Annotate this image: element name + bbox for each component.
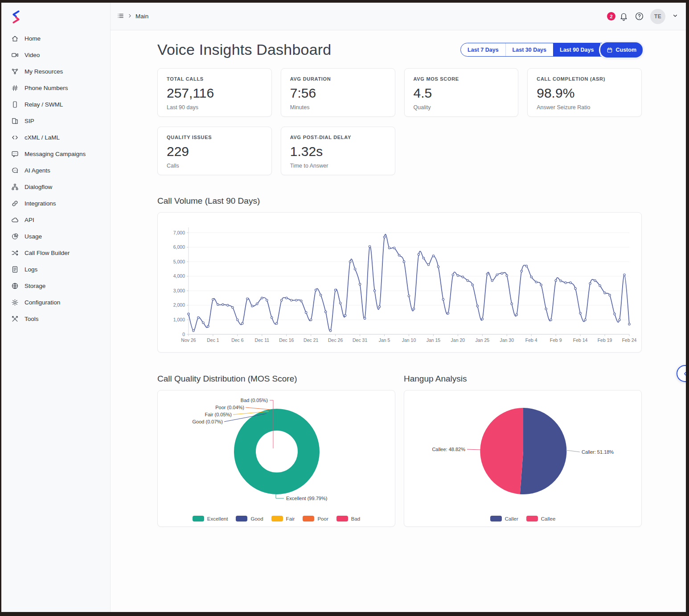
stat-label: AVG DURATION <box>290 76 386 82</box>
main-area: Voice Insights Dashboard Last 7 DaysLast… <box>111 30 686 612</box>
sidebar-item-video[interactable]: Video <box>1 47 110 63</box>
hangup-title: Hangup Analysis <box>404 374 642 384</box>
chat-round-icon <box>11 167 19 174</box>
stat-subtitle: Time to Answer <box>290 163 386 169</box>
svg-text:Bad (0.05%): Bad (0.05%) <box>241 398 268 403</box>
bell-icon[interactable] <box>619 12 628 21</box>
legend-label: Caller <box>505 516 518 522</box>
stat-label: AVG MOS SCORE <box>414 76 509 82</box>
sidebar-item-label: My Resources <box>25 68 63 75</box>
signalwire-logo <box>9 10 23 24</box>
chevron-down-icon[interactable] <box>672 12 679 21</box>
sidebar-item-ai-agents[interactable]: AI Agents <box>1 162 110 179</box>
sidebar-nav: HomeVideoMy ResourcesPhone NumbersRelay … <box>1 30 110 327</box>
app-window: HomeVideoMy ResourcesPhone NumbersRelay … <box>1 3 686 612</box>
sidebar-item-logs[interactable]: Logs <box>1 261 110 278</box>
sitemap-icon <box>11 183 19 191</box>
svg-text:Poor (0.04%): Poor (0.04%) <box>215 405 244 410</box>
legend-item-poor[interactable]: Poor <box>303 516 328 522</box>
range-button-last-90-days[interactable]: Last 90 Days <box>553 43 600 56</box>
calendar-icon <box>607 47 613 53</box>
range-button-custom[interactable]: Custom <box>600 42 643 57</box>
home-icon <box>11 35 19 42</box>
legend-swatch <box>490 516 502 522</box>
sidebar-item-tools[interactable]: Tools <box>1 311 110 327</box>
svg-text:Caller: 51.18%: Caller: 51.18% <box>582 449 614 455</box>
sidebar-item-storage[interactable]: Storage <box>1 278 110 294</box>
hangup-chart-card: Callee: 48.82%Caller: 51.18% CallerCalle… <box>404 390 642 527</box>
legend-label: Callee <box>541 516 556 522</box>
call-quality-donut-chart: Bad (0.05%)Poor (0.04%)Fair (0.05%)Good … <box>158 390 395 510</box>
range-button-last-30-days[interactable]: Last 30 Days <box>505 43 553 56</box>
breadcrumb: Main <box>117 12 148 21</box>
sidebar-item-relay-swml[interactable]: Relay / SWML <box>1 96 110 113</box>
stat-value: 98.9% <box>537 86 632 101</box>
phone-icon <box>11 101 19 108</box>
chat-square-icon <box>11 150 19 158</box>
stat-label: QUALITY ISSUES <box>167 135 262 140</box>
chevron-left-icon <box>682 370 686 377</box>
sidebar-item-call-flow-builder[interactable]: Call Flow Builder <box>1 245 110 261</box>
stat-subtitle: Last 90 days <box>167 104 262 111</box>
legend-label: Excellent <box>207 516 228 522</box>
sidebar-item-integrations[interactable]: Integrations <box>1 195 110 212</box>
legend-item-excellent[interactable]: Excellent <box>193 516 228 522</box>
stat-card-avg-duration: AVG DURATION 7:56 Minutes <box>281 68 395 117</box>
range-button-last-7-days[interactable]: Last 7 Days <box>461 43 505 56</box>
sidebar-item-phone-numbers[interactable]: Phone Numbers <box>1 80 110 96</box>
legend-item-caller[interactable]: Caller <box>490 516 518 522</box>
sidebar-item-messaging-campaigns[interactable]: Messaging Campaigns <box>1 146 110 162</box>
sidebar-item-label: Usage <box>25 233 42 240</box>
legend-swatch <box>526 516 538 522</box>
sidebar-item-label: AI Agents <box>25 167 50 174</box>
call-quality-title: Call Quality Distribution (MOS Score) <box>157 374 395 384</box>
avatar[interactable]: TE <box>650 9 665 24</box>
sidebar-item-label: Logs <box>25 266 37 273</box>
hangup-section: Hangup Analysis Callee: 48.82%Caller: 51… <box>404 374 642 527</box>
topbar: Main 2 TE <box>111 3 686 30</box>
legend-item-good[interactable]: Good <box>236 516 263 522</box>
sidebar-item-usage[interactable]: Usage <box>1 228 110 245</box>
stat-value: 1.32s <box>290 144 386 159</box>
range-label: Last 90 Days <box>560 47 594 53</box>
legend-swatch <box>193 516 204 522</box>
call-volume-title: Call Volume (Last 90 Days) <box>157 196 642 206</box>
sidebar-item-dialogflow[interactable]: Dialogflow <box>1 179 110 195</box>
stat-subtitle: Answer Seizure Ratio <box>537 104 632 111</box>
svg-text:4,000: 4,000 <box>173 273 185 279</box>
legend-item-fair[interactable]: Fair <box>271 516 295 522</box>
hangup-pie-chart: Callee: 48.82%Caller: 51.18% <box>404 390 641 510</box>
svg-text:Feb 14: Feb 14 <box>573 337 588 343</box>
help-icon[interactable] <box>635 12 644 21</box>
svg-text:Dec 6: Dec 6 <box>231 337 244 343</box>
panel-collapse-button[interactable] <box>677 365 686 382</box>
sidebar-item-label: Tools <box>25 316 39 322</box>
list-icon[interactable] <box>117 12 124 21</box>
legend-item-callee[interactable]: Callee <box>526 516 556 522</box>
sidebar-item-my-resources[interactable]: My Resources <box>1 63 110 80</box>
call-quality-section: Call Quality Distribution (MOS Score) Ba… <box>157 374 395 527</box>
sidebar-item-api[interactable]: API <box>1 212 110 228</box>
legend-item-bad[interactable]: Bad <box>336 516 360 522</box>
breadcrumb-label[interactable]: Main <box>135 13 148 20</box>
sidebar-item-configuration[interactable]: Configuration <box>1 294 110 311</box>
hangup-legend: CallerCallee <box>404 516 641 522</box>
svg-text:2,000: 2,000 <box>173 302 185 308</box>
sidebar-item-label: Dialogflow <box>25 184 52 190</box>
svg-text:3,000: 3,000 <box>173 288 185 293</box>
svg-text:1,000: 1,000 <box>173 317 185 322</box>
range-label: Last 30 Days <box>513 47 546 53</box>
sidebar-item-sip[interactable]: SIP <box>1 113 110 129</box>
range-label: Custom <box>615 47 636 53</box>
sidebar-item-cxml-laml[interactable]: cXML / LaML <box>1 129 110 146</box>
legend-swatch <box>303 516 314 522</box>
sidebar-item-label: Integrations <box>25 200 56 207</box>
svg-text:7,000: 7,000 <box>173 230 185 235</box>
sidebar-item-home[interactable]: Home <box>1 30 110 47</box>
svg-text:Callee: 48.82%: Callee: 48.82% <box>432 447 465 452</box>
sidebar-item-label: Messaging Campaigns <box>25 151 86 157</box>
legend-label: Good <box>250 516 263 522</box>
date-range-selector: Last 7 DaysLast 30 DaysLast 90 DaysCusto… <box>460 43 642 57</box>
stat-subtitle: Minutes <box>290 104 386 111</box>
svg-text:Fair (0.05%): Fair (0.05%) <box>205 412 232 417</box>
